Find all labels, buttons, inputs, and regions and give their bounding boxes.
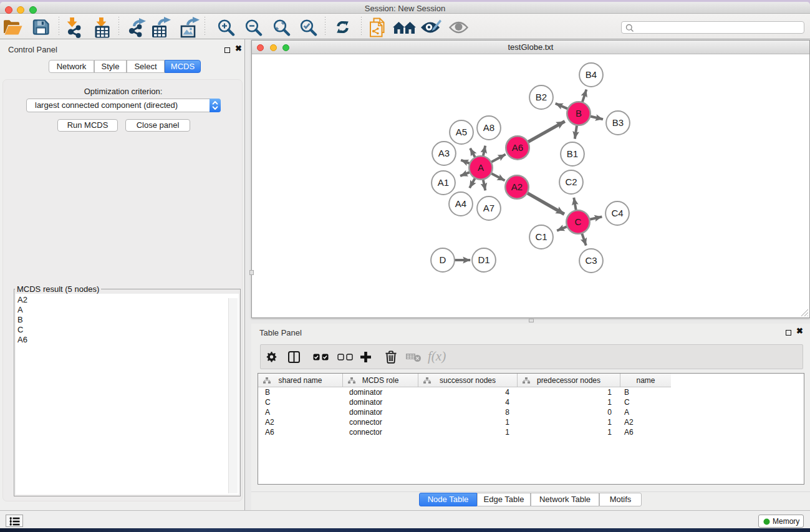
svg-text:A4: A4 bbox=[455, 198, 466, 209]
svg-text:A3: A3 bbox=[438, 148, 450, 158]
svg-text:A8: A8 bbox=[483, 122, 494, 133]
svg-text:D: D bbox=[440, 254, 446, 265]
svg-text:A5: A5 bbox=[456, 127, 467, 137]
svg-text:A7: A7 bbox=[483, 203, 494, 213]
svg-text:B2: B2 bbox=[536, 92, 547, 102]
svg-text:C3: C3 bbox=[585, 255, 597, 266]
svg-text:B: B bbox=[576, 108, 582, 118]
svg-text:D1: D1 bbox=[478, 254, 489, 265]
svg-text:C: C bbox=[575, 216, 582, 227]
svg-text:A: A bbox=[478, 162, 484, 173]
svg-text:B1: B1 bbox=[567, 148, 578, 159]
svg-text:A2: A2 bbox=[511, 181, 523, 192]
svg-text:A6: A6 bbox=[512, 142, 523, 153]
svg-text:C4: C4 bbox=[611, 208, 623, 218]
svg-text:B4: B4 bbox=[586, 69, 597, 80]
svg-text:C2: C2 bbox=[565, 177, 577, 187]
svg-text:A1: A1 bbox=[438, 177, 449, 188]
svg-text:B3: B3 bbox=[612, 117, 624, 128]
svg-text:C1: C1 bbox=[535, 231, 547, 242]
